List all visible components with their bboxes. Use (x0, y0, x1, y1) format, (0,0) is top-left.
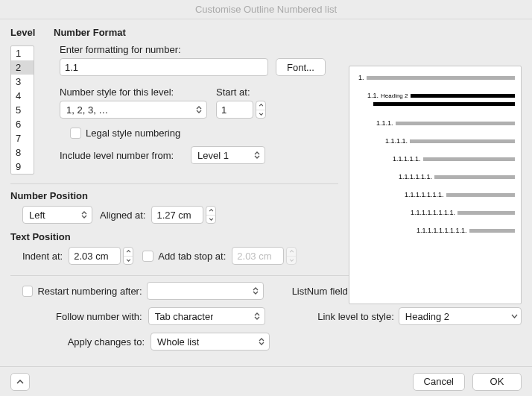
indent-at-label: Indent at: (22, 251, 63, 262)
window-title: Customise Outline Numbered list (0, 0, 532, 19)
alignment-select[interactable]: Left (22, 206, 92, 224)
restart-numbering-select[interactable] (147, 282, 264, 300)
aligned-at-stepper[interactable] (206, 206, 216, 224)
font-button[interactable]: Font... (276, 58, 326, 76)
level-item[interactable]: 8 (11, 145, 34, 160)
chevron-down-icon (511, 314, 518, 318)
add-tab-input (232, 247, 284, 265)
legal-style-label: Legal style numbering (86, 128, 180, 139)
chevron-updown-icon (254, 148, 262, 162)
level-item[interactable]: 9 (11, 160, 34, 174)
level-item[interactable]: 3 (11, 75, 34, 89)
start-at-stepper[interactable] (256, 101, 266, 119)
link-level-label: Link level to style: (287, 311, 398, 322)
heading-level: Level (10, 27, 54, 38)
add-tab-stepper (286, 247, 297, 265)
start-at-label: Start at: (216, 87, 250, 98)
enter-formatting-input[interactable] (60, 58, 268, 76)
include-level-label: Include level number from: (60, 150, 191, 161)
number-style-label: Number style for this level: (60, 87, 216, 98)
collapse-button[interactable] (10, 373, 30, 391)
heading-number-format: Number Format (54, 27, 126, 38)
indent-at-input[interactable] (69, 247, 121, 265)
level-item[interactable]: 2 (11, 60, 34, 75)
apply-changes-select[interactable]: Whole list (151, 333, 270, 351)
level-list[interactable]: 1 2 3 4 5 6 7 8 9 (10, 45, 34, 175)
include-level-select[interactable]: Level 1 (191, 146, 265, 164)
level-item[interactable]: 6 (11, 117, 34, 131)
restart-numbering-label: Restart numbering after: (37, 286, 147, 297)
follow-number-label: Follow number with: (22, 311, 148, 322)
apply-changes-label: Apply changes to: (22, 336, 151, 348)
chevron-updown-icon (253, 284, 260, 298)
preview-heading2-label: Heading 2 (381, 92, 408, 99)
add-tab-label: Add tab stop at: (158, 251, 226, 262)
cancel-button[interactable]: Cancel (413, 373, 465, 391)
add-tab-checkbox[interactable] (142, 251, 153, 262)
aligned-at-label: Aligned at: (100, 210, 145, 221)
legal-style-checkbox[interactable] (70, 128, 81, 139)
enter-formatting-label: Enter formatting for number: (60, 44, 337, 55)
chevron-updown-icon (254, 309, 262, 323)
level-item[interactable]: 7 (11, 131, 34, 145)
chevron-up-icon (16, 379, 24, 384)
level-item[interactable]: 4 (11, 89, 34, 103)
chevron-updown-icon (81, 208, 89, 221)
indent-at-stepper[interactable] (123, 247, 133, 265)
chevron-updown-icon (196, 103, 203, 116)
ok-button[interactable]: OK (472, 373, 522, 391)
link-level-select[interactable]: Heading 2 (399, 307, 522, 325)
preview-pane: 1. 1.1. Heading 2 1.1.1. 1.1.1.1. 1.1.1.… (349, 66, 522, 304)
restart-numbering-checkbox[interactable] (22, 286, 34, 297)
start-at-input[interactable] (216, 101, 253, 119)
aligned-at-input[interactable] (151, 206, 203, 224)
follow-number-select[interactable]: Tab character (148, 307, 265, 325)
number-style-select[interactable]: 1, 2, 3, … (60, 101, 207, 119)
level-item[interactable]: 5 (11, 103, 34, 117)
level-item[interactable]: 1 (11, 46, 34, 60)
chevron-updown-icon (259, 335, 266, 348)
